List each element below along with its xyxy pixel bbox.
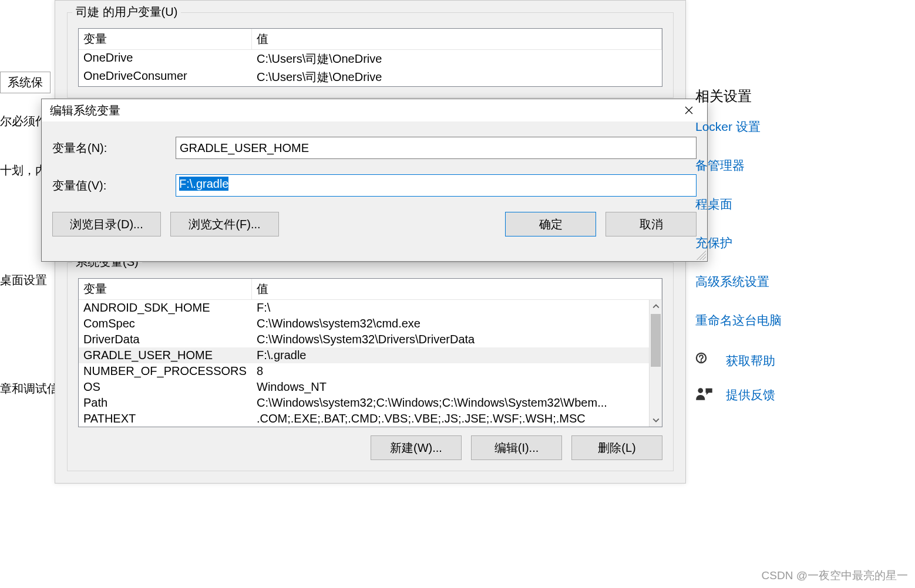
sys-button-row: 新建(W)... 编辑(I)... 删除(L) (78, 435, 662, 460)
user-group-title: 司婕 的用户变量(U) (72, 4, 181, 20)
bg-text-3: 桌面设置 (0, 272, 47, 288)
table-row[interactable]: NUMBER_OF_PROCESSORS8 (79, 363, 649, 379)
table-header: 变量 值 (79, 29, 662, 50)
variable-value-text: F:\.gradle (179, 177, 228, 191)
user-variables-table[interactable]: 变量 值 OneDrive C:\Users\司婕\OneDrive OneDr… (78, 28, 662, 87)
sidebar-link-locker[interactable]: Locker 设置 (695, 119, 907, 135)
user-variables-group: 司婕 的用户变量(U) 变量 值 OneDrive C:\Users\司婕\On… (67, 12, 674, 98)
get-help-link[interactable]: 获取帮助 (726, 353, 775, 369)
watermark: CSDN @一夜空中最亮的星一 (762, 568, 908, 583)
background-tab: 系统保 (0, 72, 51, 93)
browse-file-button[interactable]: 浏览文件(F)... (170, 212, 279, 236)
sidebar-heading: 相关设置 (695, 87, 907, 106)
dialog-titlebar[interactable]: 编辑系统变量 (42, 99, 707, 121)
scrollbar-up-arrow-icon[interactable] (650, 300, 662, 313)
scrollbar-thumb[interactable] (651, 314, 661, 367)
sidebar-link-device-manager[interactable]: 备管理器 (695, 157, 907, 174)
table-row[interactable]: ComSpecC:\Windows\system32\cmd.exe (79, 316, 649, 332)
browse-directory-button[interactable]: 浏览目录(D)... (52, 212, 161, 236)
variable-name-label: 变量名(N): (52, 140, 176, 156)
feedback-icon (695, 386, 713, 404)
ok-button[interactable]: 确定 (505, 212, 596, 236)
variable-value-label: 变量值(V): (52, 178, 176, 194)
vertical-scrollbar[interactable] (649, 300, 662, 427)
table-row[interactable]: OneDrive C:\Users\司婕\OneDrive (79, 50, 662, 68)
variable-name-row: 变量名(N): (52, 137, 697, 159)
svg-point-2 (698, 388, 703, 393)
delete-button[interactable]: 删除(L) (571, 435, 662, 460)
sidebar-link-advanced-settings[interactable]: 高级系统设置 (695, 273, 907, 290)
cancel-button[interactable]: 取消 (605, 212, 697, 236)
table-row[interactable]: OneDriveConsumer C:\Users\司婕\OneDrive (79, 68, 662, 86)
table-row[interactable]: PATHEXT.COM;.EXE;.BAT;.CMD;.VBS;.VBE;.JS… (79, 411, 649, 427)
help-icon (695, 352, 713, 370)
dialog-title: 编辑系统变量 (50, 103, 120, 119)
new-button[interactable]: 新建(W)... (371, 435, 462, 460)
col-val-header[interactable]: 值 (252, 29, 662, 49)
col-var-header[interactable]: 变量 (79, 279, 252, 299)
table-header: 变量 值 (79, 279, 662, 300)
scrollbar-down-arrow-icon[interactable] (650, 414, 662, 427)
system-variables-group: 系统变量(S) 变量 值 ANDROID_SDK_HOMEF:\ComSpecC… (67, 262, 674, 471)
table-row[interactable]: OSWindows_NT (79, 379, 649, 395)
variable-name-input[interactable] (176, 137, 697, 159)
variable-value-input[interactable]: F:\.gradle (176, 174, 697, 197)
col-var-header[interactable]: 变量 (79, 29, 252, 49)
edit-button[interactable]: 编辑(I)... (471, 435, 562, 460)
system-variables-table[interactable]: 变量 值 ANDROID_SDK_HOMEF:\ComSpecC:\Window… (78, 278, 662, 427)
col-val-header[interactable]: 值 (252, 279, 662, 299)
close-icon (685, 106, 693, 114)
bg-text-1: 尔必须作 (0, 113, 47, 129)
table-row[interactable]: GRADLE_USER_HOMEF:\.gradle (79, 347, 649, 363)
related-settings-sidebar: 相关设置 Locker 设置 备管理器 程桌面 充保护 高级系统设置 重命名这台… (695, 87, 907, 420)
table-row[interactable]: ANDROID_SDK_HOMEF:\ (79, 300, 649, 316)
feedback-link[interactable]: 提供反馈 (726, 387, 775, 403)
sidebar-link-remote-desktop[interactable]: 程桌面 (695, 196, 907, 212)
table-row[interactable]: DriverDataC:\Windows\System32\Drivers\Dr… (79, 332, 649, 347)
sidebar-link-protection[interactable]: 充保护 (695, 235, 907, 251)
variable-value-row: 变量值(V): F:\.gradle (52, 174, 697, 197)
svg-point-1 (701, 360, 702, 362)
edit-system-variable-dialog: 编辑系统变量 变量名(N): 变量值(V): F:\.gradle 浏览目录(D… (41, 99, 708, 262)
bg-text-4: 章和调试信 (0, 381, 59, 397)
table-row[interactable]: PathC:\Windows\system32;C:\Windows;C:\Wi… (79, 395, 649, 411)
edit-dialog-button-row: 浏览目录(D)... 浏览文件(F)... 确定 取消 (52, 212, 697, 236)
sidebar-link-rename-pc[interactable]: 重命名这台电脑 (695, 312, 907, 329)
bg-text-2: 十划，内 (0, 163, 47, 178)
